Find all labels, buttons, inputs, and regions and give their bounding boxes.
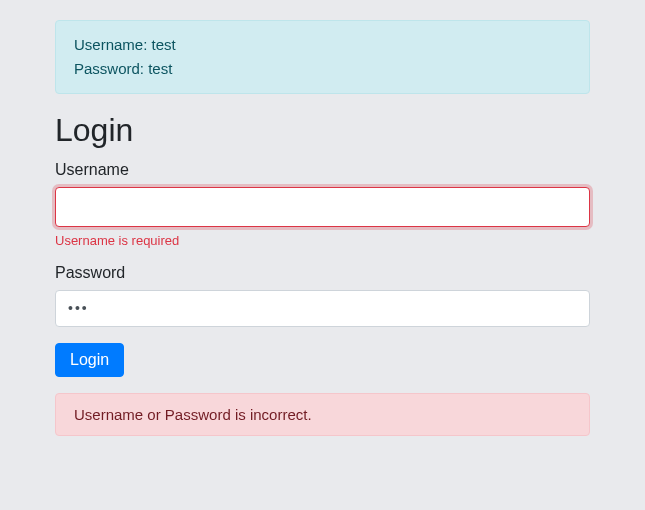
- password-label: Password: [55, 264, 590, 282]
- page-title: Login: [55, 112, 590, 149]
- info-password-line: Password: test: [74, 57, 571, 81]
- username-label: Username: [55, 161, 590, 179]
- credentials-info-alert: Username: test Password: test: [55, 20, 590, 94]
- password-input[interactable]: [55, 290, 590, 327]
- login-error-alert: Username or Password is incorrect.: [55, 393, 590, 436]
- username-input[interactable]: [55, 187, 590, 227]
- login-button[interactable]: Login: [55, 343, 124, 377]
- info-username-line: Username: test: [74, 33, 571, 57]
- username-error: Username is required: [55, 233, 590, 248]
